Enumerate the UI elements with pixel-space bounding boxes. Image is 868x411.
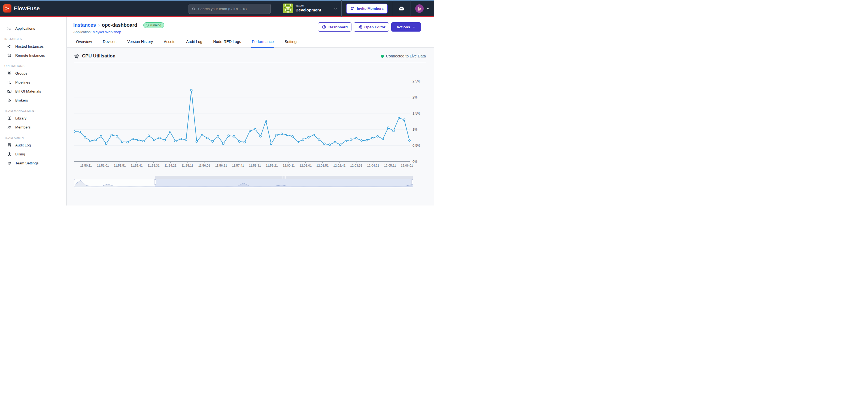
data-point [334,141,336,143]
data-point [281,133,283,135]
data-point [323,143,325,145]
y-axis-label: 2.5% [412,79,421,83]
team-selector[interactable]: TEAM: Development [279,4,341,13]
data-point [196,141,198,143]
data-point [286,134,288,136]
sidebar-item-label: Audit Log [15,143,31,147]
breadcrumb-instances-link[interactable]: Instances [73,22,96,28]
instance-header: Instances › opc-dashboard running Applic… [67,17,434,48]
data-point [339,144,341,146]
data-point [371,137,373,139]
live-dot-icon [381,55,384,58]
application-row: Application: Mayker Workshop [73,30,164,34]
data-point [84,136,86,138]
tab-overview[interactable]: Overview [76,39,92,47]
sidebar-item-audit-log[interactable]: Audit Log [0,141,66,150]
data-point [217,136,219,137]
data-point [398,117,400,119]
groups-icon [7,71,12,76]
instance-actions: Dashboard Open Editor Actions [318,22,421,32]
team-info: TEAM: Development [296,5,321,12]
open-editor-button[interactable]: Open Editor [353,22,389,32]
data-point [233,136,235,137]
data-point [238,141,240,143]
sidebar-item-brokers[interactable]: Brokers [0,96,66,105]
dashboard-button[interactable]: Dashboard [318,22,352,32]
tab-version-history[interactable]: Version History [127,39,153,47]
brush-handle-left[interactable] [154,179,156,184]
x-axis-label: 11:51:51 [114,164,126,167]
tab-audit-log[interactable]: Audit Log [186,39,202,47]
tab-assets[interactable]: Assets [164,39,175,47]
data-point [388,127,389,129]
sidebar-item-library[interactable]: Library [0,114,66,123]
brand-home-link[interactable]: FlowFuse [3,4,39,12]
live-status-label: Connected to Live Data [386,54,426,58]
hosted-instances-icon [7,44,12,49]
data-point [366,139,368,141]
cpu-chip-icon [74,54,79,59]
user-menu[interactable]: jp [411,4,434,13]
invite-members-label: Invite Members [357,6,383,11]
cpu-utilisation-chart[interactable]: 0%0.5%1%1.5%2%2.5%11:50:1111:51:0111:51:… [74,67,426,168]
search-input[interactable] [198,7,268,11]
applications-icon [7,26,12,31]
data-point [222,143,224,145]
open-editor-label: Open Editor [364,25,385,29]
data-point [185,139,187,141]
sidebar-item-applications[interactable]: Applications [0,24,66,33]
data-point [89,140,91,142]
y-axis-label: 2% [412,96,417,99]
data-point [100,136,102,137]
application-link[interactable]: Mayker Workshop [93,30,121,34]
data-point [302,139,304,141]
sidebar-item-members[interactable]: Members [0,123,66,132]
y-axis-label: 1.5% [412,112,421,115]
x-axis-label: 12:06:01 [401,164,413,167]
sidebar-item-hosted-instances[interactable]: Hosted Instances [0,42,66,51]
sidebar-item-remote-instances[interactable]: Remote Instances [0,51,66,60]
user-avatar: jp [415,4,424,13]
data-point [95,139,97,141]
x-axis-label: 11:56:01 [198,164,210,167]
team-settings-icon [7,161,12,166]
sidebar-item-team-settings[interactable]: Team Settings [0,159,66,168]
brush-handle-right[interactable] [411,179,413,184]
brush-selection[interactable] [155,179,413,187]
sidebar-item-label: Members [15,125,31,129]
invite-members-button[interactable]: Invite Members [346,4,388,13]
team-search[interactable] [189,4,271,14]
x-axis-label: 11:54:21 [164,164,177,167]
sidebar-item-pipelines[interactable]: Pipelines [0,78,66,87]
data-point [244,141,246,143]
sidebar-section-header: OPERATIONS [0,60,66,69]
x-axis-label: 11:52:41 [131,164,143,167]
x-axis-label: 11:57:41 [232,164,244,167]
flowfuse-logo-icon [3,4,11,12]
sidebar-item-bill-of-materials[interactable]: Bill Of Materials [0,87,66,96]
notifications-button[interactable] [392,5,410,12]
x-axis-label: 12:00:11 [283,164,295,167]
data-point [169,131,171,133]
tab-settings[interactable]: Settings [285,39,299,47]
x-axis-label: 11:56:51 [215,164,227,167]
sidebar-item-label: Remote Instances [15,53,45,58]
team-name: Development [296,8,321,12]
data-point [409,140,410,141]
library-icon [7,116,12,121]
data-point [345,140,346,142]
data-point [361,140,363,141]
actions-button[interactable]: Actions [391,22,421,32]
data-point [180,138,182,140]
sidebar-item-groups[interactable]: Groups [0,69,66,78]
sidebar-item-label: Brokers [15,98,28,102]
tab-devices[interactable]: Devices [103,39,116,47]
sidebar-item-billing[interactable]: Billing [0,150,66,159]
time-range-brush[interactable] [74,175,413,188]
tab-performance[interactable]: Performance [252,39,274,47]
tab-node-red-logs[interactable]: Node-RED Logs [213,39,241,47]
cpu-series-line [74,90,409,145]
status-label: running [150,24,161,27]
data-point [143,140,145,142]
data-point [201,134,203,136]
